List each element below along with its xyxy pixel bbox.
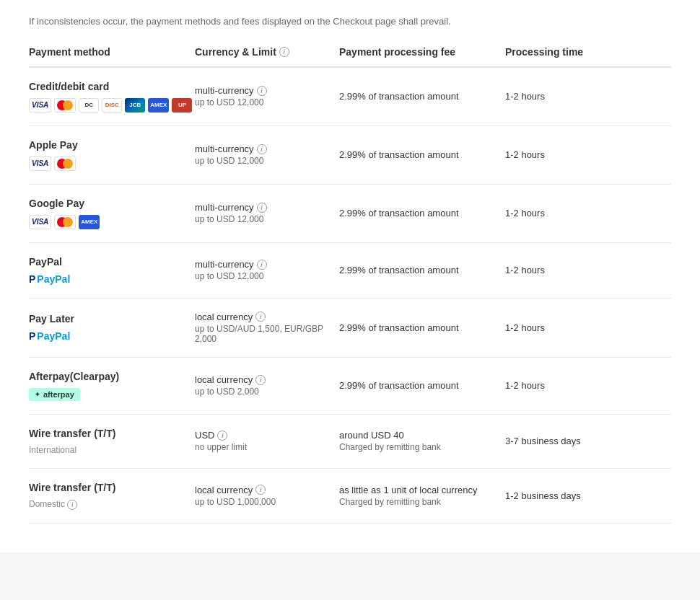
mastercard-icon xyxy=(54,156,76,171)
unionpay-icon: UP xyxy=(172,98,192,112)
table-row: Wire transfer (T/T)International USDi no… xyxy=(29,415,671,469)
col-time-7: 1-2 business days xyxy=(505,490,649,501)
table-body: Credit/debit cardVISADCDISCJCBAMEXUP mul… xyxy=(29,68,671,524)
col-time-2: 1-2 hours xyxy=(505,208,649,219)
col-payment-method-5: Afterpay(Clearpay)afterpay xyxy=(29,371,195,401)
col-fee-3: 2.99% of transaction amount xyxy=(339,265,505,275)
currency-type-3: multi-currencyi xyxy=(195,259,332,270)
currency-type-info-icon-5[interactable]: i xyxy=(255,375,266,385)
currency-type-info-icon-3[interactable]: i xyxy=(257,260,267,270)
fee-sub-7: Charged by remitting bank xyxy=(339,497,498,507)
table-row: Wire transfer (T/T)Domestic i local curr… xyxy=(29,469,671,524)
currency-type-info-icon-4[interactable]: i xyxy=(255,312,266,322)
visa-icon: VISA xyxy=(29,215,51,229)
currency-type-7: local currencyi xyxy=(195,485,332,495)
currency-type-6: USDi xyxy=(195,430,332,441)
fee-amount-1: 2.99% of transaction amount xyxy=(339,149,498,160)
paypal-icon: PPayPal xyxy=(29,330,70,342)
col-currency-0: multi-currencyi up to USD 12,000 xyxy=(195,85,339,107)
fee-amount-5: 2.99% of transaction amount xyxy=(339,380,498,391)
icons-row-1: VISA xyxy=(29,156,195,171)
icons-row-4: PPayPal xyxy=(29,330,195,342)
currency-type-0: multi-currencyi xyxy=(195,85,332,96)
table-row: Apple PayVISA multi-currencyi up to USD … xyxy=(29,126,671,185)
col-fee-0: 2.99% of transaction amount xyxy=(339,91,505,102)
currency-limit-4: up to USD/AUD 1,500, EUR/GBP 2,000 xyxy=(195,324,332,344)
currency-type-info-icon-1[interactable]: i xyxy=(257,144,267,154)
domestic-info-icon[interactable]: i xyxy=(67,500,77,510)
currency-limit-info-icon[interactable]: i xyxy=(279,47,289,57)
currency-limit-5: up to USD 2,000 xyxy=(195,387,332,397)
method-name-7: Wire transfer (T/T) xyxy=(29,482,195,493)
usd-info-icon-6[interactable]: i xyxy=(217,431,227,441)
payment-table: Payment method Currency & Limit i Paymen… xyxy=(29,46,671,524)
method-sub-7: Domestic i xyxy=(29,499,195,510)
currency-limit-3: up to USD 12,000 xyxy=(195,271,332,281)
amex-icon: AMEX xyxy=(148,98,169,112)
header-payment-method: Payment method xyxy=(29,46,195,58)
col-currency-4: local currencyi up to USD/AUD 1,500, EUR… xyxy=(195,312,339,344)
icons-row-3: PPayPal xyxy=(29,273,195,285)
paypal-icon: PPayPal xyxy=(29,273,70,285)
currency-type-info-icon-7[interactable]: i xyxy=(255,485,266,495)
header-processing-time: Processing time xyxy=(505,46,649,58)
currency-type-5: local currencyi xyxy=(195,374,332,385)
discover-icon: DISC xyxy=(102,98,122,112)
fee-amount-6: around USD 40 xyxy=(339,430,498,441)
currency-type-info-icon-2[interactable]: i xyxy=(257,203,267,213)
header-processing-fee: Payment processing fee xyxy=(339,46,505,58)
method-name-1: Apple Pay xyxy=(29,139,195,151)
table-row: Google PayVISAAMEX multi-currencyi up to… xyxy=(29,185,671,243)
visa-icon: VISA xyxy=(29,156,51,171)
method-sub-6: International xyxy=(29,445,195,455)
col-fee-6: around USD 40Charged by remitting bank xyxy=(339,430,505,452)
col-payment-method-3: PayPalPPayPal xyxy=(29,256,195,285)
currency-limit-1: up to USD 12,000 xyxy=(195,156,332,166)
col-time-6: 3-7 business days xyxy=(505,436,649,446)
icons-row-5: afterpay xyxy=(29,388,195,401)
col-fee-1: 2.99% of transaction amount xyxy=(339,149,505,160)
currency-type-info-icon-0[interactable]: i xyxy=(257,86,267,96)
col-payment-method-1: Apple PayVISA xyxy=(29,139,195,171)
table-row: Afterpay(Clearpay)afterpay local currenc… xyxy=(29,358,671,415)
jcb-icon: JCB xyxy=(125,98,145,112)
col-payment-method-4: Pay LaterPPayPal xyxy=(29,313,195,342)
page-wrapper: If inconsistencies occur, the payment me… xyxy=(0,0,700,552)
col-currency-3: multi-currencyi up to USD 12,000 xyxy=(195,259,339,281)
method-name-2: Google Pay xyxy=(29,198,195,209)
col-payment-method-0: Credit/debit cardVISADCDISCJCBAMEXUP xyxy=(29,81,195,112)
col-currency-6: USDi no upper limit xyxy=(195,430,339,452)
col-currency-7: local currencyi up to USD 1,000,000 xyxy=(195,485,339,507)
method-name-3: PayPal xyxy=(29,256,195,268)
table-row: PayPalPPayPal multi-currencyi up to USD … xyxy=(29,243,671,299)
currency-limit-0: up to USD 12,000 xyxy=(195,97,332,107)
col-payment-method-7: Wire transfer (T/T)Domestic i xyxy=(29,482,195,510)
method-name-5: Afterpay(Clearpay) xyxy=(29,371,195,382)
afterpay-icon: afterpay xyxy=(29,388,80,401)
currency-type-2: multi-currencyi xyxy=(195,202,332,213)
currency-type-4: local currencyi xyxy=(195,312,332,322)
icons-row-0: VISADCDISCJCBAMEXUP xyxy=(29,98,195,112)
col-time-3: 1-2 hours xyxy=(505,265,649,275)
visa-icon: VISA xyxy=(29,98,51,112)
fee-sub-6: Charged by remitting bank xyxy=(339,442,498,452)
table-row: Pay LaterPPayPal local currencyi up to U… xyxy=(29,299,671,358)
mastercard-icon xyxy=(54,215,76,229)
col-currency-5: local currencyi up to USD 2,000 xyxy=(195,374,339,397)
fee-amount-3: 2.99% of transaction amount xyxy=(339,265,498,275)
fee-amount-4: 2.99% of transaction amount xyxy=(339,322,498,333)
currency-limit-2: up to USD 12,000 xyxy=(195,214,332,224)
col-currency-1: multi-currencyi up to USD 12,000 xyxy=(195,144,339,166)
fee-amount-2: 2.99% of transaction amount xyxy=(339,208,498,219)
method-name-4: Pay Later xyxy=(29,313,195,325)
fee-amount-7: as little as 1 unit of local currency xyxy=(339,485,498,495)
col-time-1: 1-2 hours xyxy=(505,149,649,160)
table-row: Credit/debit cardVISADCDISCJCBAMEXUP mul… xyxy=(29,68,671,126)
col-fee-7: as little as 1 unit of local currencyCha… xyxy=(339,485,505,507)
header-currency-limit: Currency & Limit i xyxy=(195,46,339,58)
method-name-0: Credit/debit card xyxy=(29,81,195,92)
table-header: Payment method Currency & Limit i Paymen… xyxy=(29,46,671,68)
col-time-4: 1-2 hours xyxy=(505,322,649,333)
currency-limit-6: no upper limit xyxy=(195,442,332,452)
fee-amount-0: 2.99% of transaction amount xyxy=(339,91,498,102)
